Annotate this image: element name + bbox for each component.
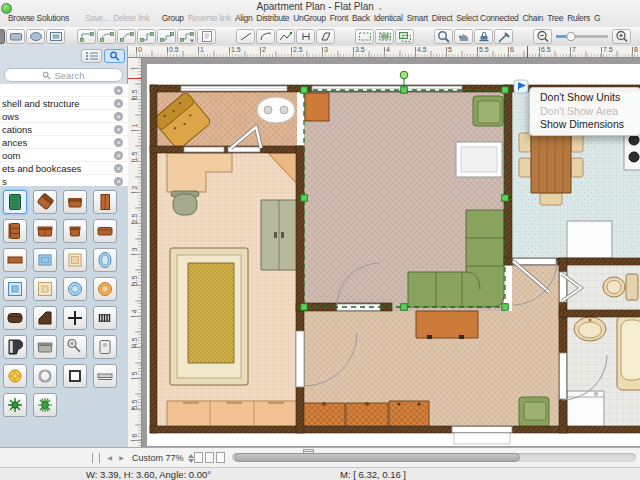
context-menu-item[interactable]: Don't Show Area bbox=[530, 105, 640, 119]
shape-cell[interactable] bbox=[33, 277, 57, 301]
toolbar-tool[interactable] bbox=[533, 29, 552, 44]
menu-item[interactable]: G bbox=[594, 13, 600, 23]
menu-item[interactable]: Select Connected bbox=[456, 13, 518, 23]
search-view-icon[interactable] bbox=[104, 49, 125, 63]
menu-item[interactable]: Chain bbox=[523, 13, 544, 23]
page-next-button[interactable]: ▶ bbox=[116, 452, 127, 464]
toolbar-tool[interactable] bbox=[336, 29, 354, 44]
toolbar-tool[interactable] bbox=[494, 29, 513, 44]
shape-cell[interactable] bbox=[33, 306, 57, 330]
shape-cell[interactable] bbox=[63, 248, 87, 272]
hall-ceiling-light[interactable] bbox=[257, 97, 295, 123]
bedroom-wardrobe[interactable] bbox=[261, 200, 297, 270]
toolbar-tool[interactable] bbox=[276, 29, 295, 44]
shape-cell[interactable] bbox=[3, 364, 27, 388]
menu-item[interactable]: Tree bbox=[547, 13, 563, 23]
bathroom-door[interactable] bbox=[560, 353, 567, 399]
washing-machine[interactable] bbox=[567, 391, 604, 427]
library-row[interactable]: ows × bbox=[0, 110, 128, 123]
hall-sliding-door[interactable] bbox=[184, 147, 224, 152]
coffee-table[interactable] bbox=[416, 311, 478, 339]
corridor-armchair[interactable] bbox=[519, 397, 549, 427]
shape-cell[interactable] bbox=[63, 364, 87, 388]
entrance-door[interactable] bbox=[452, 427, 512, 433]
toolbar-tool[interactable] bbox=[46, 29, 65, 44]
scrollbar-thumb[interactable] bbox=[234, 453, 520, 462]
toolbar-tool[interactable] bbox=[395, 29, 414, 44]
menu-item[interactable]: Group bbox=[162, 13, 184, 23]
library-row[interactable]: s × bbox=[0, 175, 128, 186]
library-row[interactable]: cations × bbox=[0, 123, 128, 136]
remove-library-icon[interactable]: × bbox=[114, 112, 123, 121]
shape-cell[interactable] bbox=[33, 248, 57, 272]
library-row[interactable]: shell and structure × bbox=[0, 97, 128, 110]
menu-item[interactable]: Browse Solutions bbox=[8, 13, 69, 23]
shape-cell[interactable] bbox=[63, 219, 87, 243]
living-side-table[interactable] bbox=[456, 142, 502, 177]
menu-item[interactable]: Delete link bbox=[113, 13, 149, 23]
corridor-chests[interactable] bbox=[303, 402, 388, 427]
bathroom-sink[interactable] bbox=[574, 317, 606, 341]
bathtub[interactable] bbox=[617, 316, 640, 390]
menu-item[interactable]: Distribute bbox=[256, 13, 289, 23]
menu-item[interactable]: Align bbox=[235, 13, 252, 23]
living-armchair-top[interactable] bbox=[473, 96, 503, 126]
shape-cell[interactable] bbox=[93, 248, 117, 272]
menu-item[interactable]: Direct bbox=[432, 13, 452, 23]
shape-cell[interactable] bbox=[33, 335, 57, 359]
shape-cell[interactable] bbox=[63, 335, 87, 359]
tv-cabinet[interactable] bbox=[389, 401, 429, 427]
toolbar-tool[interactable] bbox=[177, 29, 196, 44]
toolbar-tool[interactable] bbox=[454, 29, 473, 44]
toolbar-tool[interactable] bbox=[26, 29, 45, 44]
splitter-handle[interactable] bbox=[92, 453, 100, 463]
library-row[interactable]: ets and bookcases × bbox=[0, 162, 128, 175]
living-cabinet-top[interactable] bbox=[305, 93, 329, 121]
toolbar-tool[interactable] bbox=[97, 29, 116, 44]
toolbar-tool[interactable] bbox=[6, 29, 25, 44]
menu-item[interactable]: Smart bbox=[407, 13, 428, 23]
page-prev-button[interactable]: ◀ bbox=[104, 452, 115, 464]
shape-cell[interactable] bbox=[3, 306, 27, 330]
toolbar-tool[interactable] bbox=[157, 29, 176, 44]
zoom-stepper[interactable] bbox=[188, 454, 194, 463]
bedroom-office-chair[interactable] bbox=[171, 191, 199, 215]
menu-item[interactable]: Back bbox=[352, 13, 370, 23]
toolbar-tool[interactable] bbox=[296, 29, 315, 44]
shape-cell[interactable] bbox=[93, 277, 117, 301]
shape-cell[interactable] bbox=[3, 190, 27, 214]
shape-cell[interactable] bbox=[93, 364, 117, 388]
toolbar-tool[interactable] bbox=[66, 29, 76, 44]
library-row[interactable]: oom × bbox=[0, 149, 128, 162]
remove-library-icon[interactable]: × bbox=[114, 177, 123, 186]
page-thumb-3[interactable] bbox=[216, 452, 225, 463]
shape-cell[interactable] bbox=[3, 393, 27, 417]
remove-library-icon[interactable]: × bbox=[114, 151, 123, 160]
shape-cell[interactable] bbox=[3, 248, 27, 272]
menu-item[interactable]: Front bbox=[330, 13, 348, 23]
remove-library-icon[interactable]: × bbox=[114, 138, 123, 147]
shape-cell[interactable] bbox=[93, 335, 117, 359]
shape-cell[interactable] bbox=[63, 190, 87, 214]
shape-cell[interactable] bbox=[3, 219, 27, 243]
toolbar-tool[interactable] bbox=[117, 29, 136, 44]
menu-item[interactable]: Reverse link bbox=[188, 13, 231, 23]
toolbar-tool[interactable] bbox=[316, 29, 335, 44]
menu-item[interactable]: Save... bbox=[85, 13, 109, 23]
menu-item[interactable]: Identical bbox=[374, 13, 403, 23]
toolbar-tool[interactable] bbox=[197, 29, 216, 44]
menu-item[interactable]: UnGroup bbox=[293, 13, 325, 23]
search-input[interactable]: Search bbox=[4, 68, 123, 82]
list-view-icon[interactable] bbox=[81, 49, 102, 63]
shape-cell[interactable] bbox=[93, 219, 117, 243]
toolbar-tool[interactable] bbox=[236, 29, 255, 44]
bed[interactable] bbox=[170, 248, 248, 385]
toolbar-tool[interactable] bbox=[553, 29, 611, 44]
toolbar-tool[interactable] bbox=[474, 29, 493, 44]
toolbar-tool[interactable] bbox=[355, 29, 374, 44]
remove-library-icon[interactable]: × bbox=[114, 164, 123, 173]
toolbar-tool[interactable] bbox=[434, 29, 453, 44]
fridge[interactable] bbox=[567, 221, 612, 258]
bedroom-dressers[interactable] bbox=[167, 401, 298, 427]
page-thumb-1[interactable] bbox=[194, 452, 203, 463]
